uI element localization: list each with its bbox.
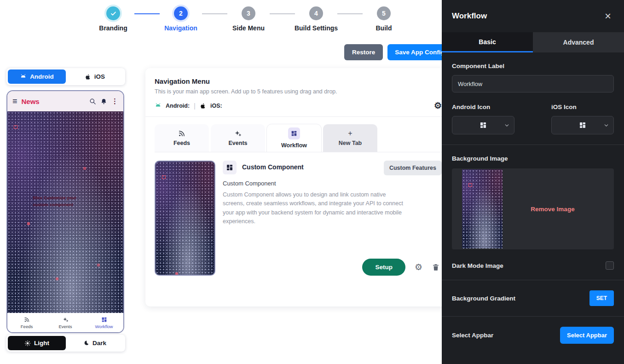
tab-events[interactable]: Events — [211, 124, 265, 152]
phone-tabbar: Feeds Events Workflow — [7, 313, 123, 332]
divider — [442, 316, 624, 317]
step-navigation-circle: 2 — [174, 6, 188, 20]
grid-icon — [291, 130, 297, 137]
panel-tab-advanced[interactable]: Advanced — [533, 32, 624, 52]
android-icon-select[interactable] — [452, 116, 514, 134]
tab-workflow[interactable]: Workflow — [267, 124, 321, 152]
rss-icon — [178, 130, 185, 137]
select-appbar-button[interactable]: Select Appbar — [560, 327, 614, 344]
android-icon — [155, 102, 162, 109]
grid-icon — [480, 121, 487, 129]
step-connector — [202, 13, 227, 14]
restore-button[interactable]: Restore — [344, 44, 383, 60]
divider — [442, 280, 624, 280]
background-image-label: Background Image — [452, 155, 614, 162]
chevron-down-icon — [504, 122, 510, 128]
phone-tab-workflow[interactable]: Workflow — [85, 313, 123, 332]
hamburger-menu-icon[interactable]: ≡ — [12, 97, 17, 105]
step-build-settings-label: Build Settings — [295, 24, 338, 32]
set-gradient-button[interactable]: SET — [589, 290, 614, 306]
moon-icon — [83, 340, 89, 346]
step-connector — [270, 13, 295, 14]
phone-overlay-line1: Blox Customize your — [33, 194, 76, 201]
toolbar: Restore Save App Config — [344, 44, 458, 60]
phone-tab-events-label: Events — [58, 324, 72, 329]
chevron-down-icon — [603, 122, 609, 128]
apple-icon — [200, 103, 206, 109]
component-grid-icon — [223, 161, 237, 174]
component-label-input[interactable] — [452, 75, 614, 92]
phone-background-image: Blox Customize your custom component — [7, 111, 123, 313]
step-build[interactable]: 5 Build — [363, 6, 405, 32]
tab-events-label: Events — [229, 140, 248, 146]
step-branding-label: Branding — [99, 24, 127, 32]
sparkle-icon — [234, 130, 242, 137]
dark-mode-image-row: Dark Mode Image — [452, 261, 614, 270]
step-build-settings[interactable]: 4 Build Settings — [295, 6, 337, 32]
step-build-circle: 5 — [377, 6, 391, 20]
component-title: Custom Component — [242, 161, 304, 171]
settings-gear-icon[interactable]: ⚙ — [434, 101, 442, 110]
platform-ios-segment[interactable]: iOS — [66, 69, 124, 84]
component-preview-thumbnail — [155, 161, 215, 276]
component-body: Custom Component Custom Features Custom … — [223, 161, 442, 276]
sparkle-icon — [63, 317, 69, 323]
ios-icon-select[interactable] — [551, 116, 614, 134]
tab-new-tab-label: New Tab — [339, 140, 362, 146]
step-side-menu-label: Side Menu — [232, 24, 265, 32]
phone-tab-events[interactable]: Events — [46, 313, 85, 332]
android-icon-field: Android Icon — [452, 104, 514, 134]
platform-android-segment[interactable]: Android — [8, 69, 66, 84]
theme-light-segment[interactable]: Light — [8, 336, 66, 350]
workflow-icon-box — [288, 127, 300, 139]
step-connector — [134, 13, 160, 14]
custom-features-badge: Custom Features — [384, 161, 442, 175]
step-branding-circle — [106, 6, 120, 20]
grid-icon — [101, 317, 107, 323]
panel-tab-basic[interactable]: Basic — [442, 32, 533, 52]
setup-button[interactable]: Setup — [362, 259, 405, 276]
remove-image-link[interactable]: Remove Image — [531, 206, 585, 213]
dark-mode-image-checkbox[interactable] — [606, 261, 614, 270]
step-side-menu[interactable]: 3 Side Menu — [227, 6, 270, 32]
component-actions: Setup ⚙ — [223, 259, 442, 276]
component-detail-row: Custom Component Custom Features Custom … — [155, 161, 442, 276]
step-navigation[interactable]: 2 Navigation — [160, 6, 202, 32]
delete-trash-icon[interactable] — [432, 263, 440, 272]
theme-dark-segment[interactable]: Dark — [66, 336, 124, 350]
select-appbar-label: Select Appbar — [452, 332, 493, 339]
rss-icon — [24, 317, 30, 323]
build-stepper: Branding 2 Navigation 3 Side Menu 4 Buil… — [92, 6, 405, 32]
theme-dark-label: Dark — [92, 340, 106, 347]
component-settings-gear-icon[interactable]: ⚙ — [415, 263, 422, 272]
panel-body: Component Label Android Icon iOS Icon — [442, 52, 624, 364]
step-navigation-label: Navigation — [164, 24, 197, 32]
phone-appbar-title: News — [22, 98, 40, 105]
ios-label: iOS: — [210, 103, 222, 109]
phone-tab-feeds[interactable]: Feeds — [7, 313, 46, 332]
app-builder-screen: Branding 2 Navigation 3 Side Menu 4 Buil… — [0, 0, 624, 364]
check-icon — [110, 10, 117, 17]
divider — [442, 144, 624, 145]
tab-feeds[interactable]: Feeds — [155, 124, 209, 152]
sun-icon — [24, 340, 31, 347]
theme-light-label: Light — [34, 340, 49, 347]
background-image-thumbnail — [462, 169, 503, 248]
step-branding[interactable]: Branding — [92, 6, 134, 32]
ios-icon-label: iOS Icon — [551, 104, 614, 110]
phone-tab-feeds-label: Feeds — [21, 324, 33, 329]
dark-mode-image-label: Dark Mode Image — [452, 262, 503, 269]
android-icon-label: Android Icon — [452, 104, 514, 110]
tab-new-tab[interactable]: + New Tab — [323, 124, 377, 152]
search-icon[interactable] — [89, 98, 96, 105]
close-icon[interactable]: × — [602, 10, 614, 22]
component-header: Custom Component Custom Features — [223, 161, 442, 175]
step-build-settings-circle: 4 — [309, 6, 323, 20]
phone-appbar: ≡ News ⋮ — [7, 91, 123, 111]
kebab-menu-icon[interactable]: ⋮ — [111, 97, 118, 105]
step-build-label: Build — [376, 24, 392, 32]
step-connector — [337, 13, 363, 14]
bell-icon[interactable] — [100, 98, 107, 105]
tab-workflow-label: Workflow — [281, 142, 307, 149]
workflow-settings-panel: Workflow × Basic Advanced Component Labe… — [442, 0, 624, 364]
